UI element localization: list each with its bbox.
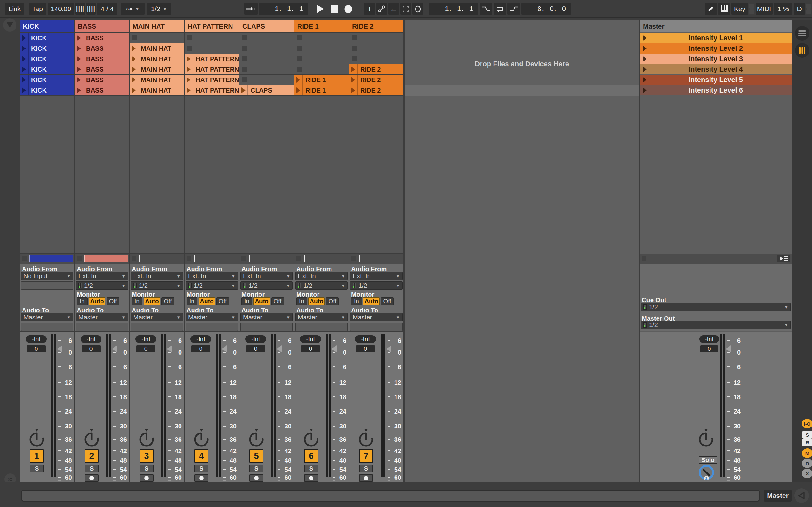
pan-display[interactable]: 0 [301, 345, 320, 352]
clip-slot[interactable]: BASS [75, 33, 129, 43]
clip-slot[interactable]: RIDE 1 [294, 85, 349, 95]
empty-clip-slot[interactable] [294, 33, 349, 43]
clip-stop-button[interactable] [187, 46, 192, 51]
track-header[interactable]: RIDE 2 [349, 20, 403, 32]
clip-play-button[interactable] [20, 64, 29, 74]
input-select[interactable]: No Input▼ [21, 272, 73, 280]
master-crossfade-button[interactable]: Master [764, 490, 792, 502]
clip-slot[interactable]: RIDE 2 [349, 64, 403, 74]
track-stop-button[interactable] [77, 257, 82, 261]
clip-slot[interactable]: HAT PATTERN [185, 75, 239, 85]
empty-clip-slot[interactable] [294, 54, 349, 64]
arm-button[interactable] [359, 474, 373, 482]
input-select[interactable]: Ext. In▼ [350, 272, 403, 280]
master-track-header[interactable]: Master [640, 20, 792, 32]
solo-button[interactable]: S [85, 464, 99, 472]
pan-knob[interactable] [357, 429, 374, 449]
volume-meter[interactable] [271, 334, 276, 477]
pan-knob[interactable] [138, 429, 155, 449]
pan-knob[interactable] [28, 429, 45, 449]
monitor-auto-button[interactable]: Auto [89, 297, 105, 305]
scene-play-button[interactable] [643, 56, 647, 62]
solo-button[interactable]: S [304, 464, 318, 472]
pan-display[interactable]: 0 [27, 345, 46, 352]
toggle-m-button[interactable]: M [802, 448, 812, 458]
clip-slot[interactable]: KICK [20, 43, 74, 54]
clip-slot[interactable]: MAIN HAT [130, 85, 184, 95]
track-activator-button[interactable]: 3 [140, 449, 154, 463]
clip-slot[interactable]: MAIN HAT [130, 43, 184, 54]
scene-slot[interactable]: Intensity Level 1 [640, 33, 792, 43]
track-stop-button[interactable] [351, 257, 356, 261]
volume-display[interactable]: -Inf [136, 335, 156, 343]
volume-meter[interactable] [161, 334, 166, 477]
monitor-off-button[interactable]: Off [271, 297, 284, 305]
clip-slot[interactable]: KICK [20, 75, 74, 85]
monitor-in-button[interactable]: In [187, 297, 197, 305]
volume-display[interactable]: -Inf [190, 335, 211, 343]
empty-clip-slot[interactable] [349, 43, 403, 54]
toggle-io-button[interactable]: I-O [802, 419, 812, 429]
volume-display[interactable]: -Inf [355, 335, 376, 343]
toggle-d-button[interactable]: D [802, 458, 812, 468]
clip-play-button[interactable] [130, 64, 138, 74]
midi-map-button[interactable]: MIDI [756, 3, 773, 14]
clip-slot[interactable]: MAIN HAT [130, 54, 184, 64]
arm-button[interactable] [85, 474, 99, 482]
pan-knob[interactable] [303, 429, 320, 449]
stop-all-clips-button[interactable] [777, 255, 790, 262]
clip-slot[interactable]: CLAPS [240, 85, 294, 95]
clip-play-button[interactable] [294, 75, 303, 85]
loop-start-display[interactable]: 1. 1. 1 [429, 3, 478, 14]
output-select[interactable]: Master▼ [131, 313, 183, 321]
solo-button[interactable]: S [359, 464, 373, 472]
solo-button[interactable]: S [194, 464, 208, 472]
empty-clip-slot[interactable] [130, 33, 184, 43]
volume-display[interactable]: -Inf [26, 335, 47, 343]
clip-play-button[interactable] [20, 85, 29, 95]
back-to-arrangement-button[interactable]: ← [388, 3, 399, 14]
scene-slot[interactable]: Intensity Level 3 [640, 54, 792, 64]
input-channel-select[interactable]: 1/2▼ [350, 281, 403, 290]
input-select[interactable]: Ext. In▼ [241, 272, 293, 280]
master-pan-knob[interactable] [698, 429, 715, 449]
master-stop-button[interactable] [642, 257, 647, 261]
monitor-auto-button[interactable]: Auto [199, 297, 215, 305]
clip-slot[interactable]: BASS [75, 54, 129, 64]
pan-display[interactable]: 0 [246, 345, 265, 352]
arm-button[interactable] [249, 474, 263, 482]
monitor-in-button[interactable]: In [77, 297, 88, 305]
master-volume-display[interactable]: -Inf [699, 335, 719, 343]
clip-stop-button[interactable] [297, 36, 302, 40]
empty-clip-slot[interactable] [349, 33, 403, 43]
scene-slot[interactable]: Intensity Level 2 [640, 43, 792, 54]
output-select[interactable]: Master▼ [295, 313, 348, 321]
clip-play-button[interactable] [349, 75, 358, 85]
pan-knob[interactable] [193, 429, 210, 449]
scene-slot[interactable]: Intensity Level 6 [640, 85, 792, 95]
clip-slot[interactable]: RIDE 1 [294, 75, 349, 85]
volume-display[interactable]: -Inf [81, 335, 101, 343]
clip-slot[interactable]: BASS [75, 85, 129, 95]
arrangement-position-display[interactable]: 1. 1. 1 [259, 3, 308, 14]
punch-out-button[interactable] [507, 3, 520, 14]
empty-clip-slot[interactable] [240, 33, 294, 43]
clip-stop-button[interactable] [242, 56, 247, 61]
pan-knob[interactable] [248, 429, 265, 449]
arrangement-clip-bar[interactable] [30, 255, 73, 262]
pan-knob[interactable] [83, 429, 100, 449]
clip-stop-button[interactable] [132, 36, 137, 40]
empty-clip-slot[interactable] [349, 54, 403, 64]
clip-slot[interactable]: RIDE 2 [349, 85, 403, 95]
clip-play-button[interactable] [130, 85, 138, 95]
scene-slot[interactable]: Intensity Level 4 [640, 64, 792, 74]
solo-button[interactable]: S [249, 464, 263, 472]
empty-clip-slot[interactable] [240, 54, 294, 64]
clip-stop-button[interactable] [352, 36, 357, 40]
volume-meter[interactable] [51, 334, 57, 477]
clip-slot[interactable]: BASS [75, 75, 129, 85]
scene-play-button[interactable] [643, 88, 647, 93]
output-select[interactable]: Master▼ [241, 313, 293, 321]
clip-play-button[interactable] [75, 85, 84, 95]
input-select[interactable]: Ext. In▼ [76, 272, 128, 280]
